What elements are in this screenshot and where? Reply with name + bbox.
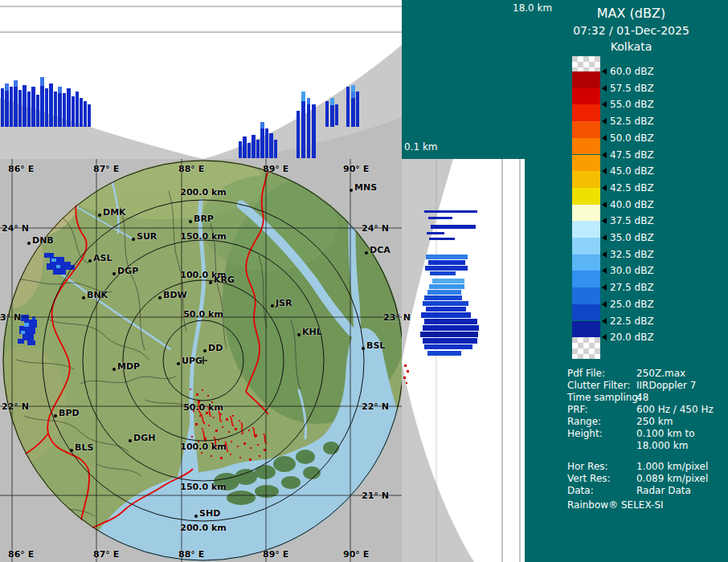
scale-arrow-icon	[602, 168, 607, 174]
scale-label-text: 42.5 dBZ	[610, 182, 654, 193]
range-ring-label: 200.0 km	[180, 523, 226, 533]
city-dot	[189, 220, 192, 223]
city-dot	[54, 414, 57, 417]
lat-label: 22° N	[362, 401, 389, 412]
city-name: DGP	[117, 266, 138, 276]
info-row: PRF:600 Hz / 450 Hz	[567, 404, 714, 416]
lon-label-bottom: 90° E	[343, 549, 369, 560]
ew-projection-graphic	[0, 0, 402, 159]
city-dot	[297, 333, 301, 336]
info-row: Height:0.100 km to	[567, 428, 714, 440]
scale-cell	[572, 138, 600, 155]
range-ring-label: 100.0 km	[180, 442, 226, 452]
info-row-value: 250 km	[636, 416, 673, 428]
lon-label-top: 87° E	[93, 164, 119, 174]
city-name: KRG	[214, 275, 235, 285]
scale-label: 20.0 dBZ	[602, 331, 654, 344]
city-dot	[132, 238, 135, 241]
scale-arrow-icon	[602, 185, 607, 191]
scale-arrow-icon	[602, 267, 607, 274]
lon-label-bottom: 88° E	[178, 549, 204, 560]
scale-cell	[572, 287, 600, 304]
scale-label: 25.0 dBZ	[602, 298, 654, 311]
legend-scale-labels: 60.0 dBZ57.5 dBZ55.0 dBZ52.5 dBZ50.0 dBZ…	[602, 71, 706, 352]
scale-label: 60.0 dBZ	[602, 65, 654, 78]
lon-label-bottom: 86° E	[8, 549, 34, 560]
info-row-value: IIRDoppler 7	[636, 380, 696, 392]
range-ring-label: 150.0 km	[180, 482, 226, 492]
scale-arrow-icon	[602, 101, 607, 108]
city-name: BLS	[75, 442, 93, 453]
city-dot	[129, 439, 132, 442]
scale-label-text: 60.0 dBZ	[610, 66, 654, 77]
lat-label: 3° N	[0, 312, 21, 323]
scale-label-text: 35.0 dBZ	[610, 232, 654, 243]
city-name: MDP	[117, 361, 140, 372]
scale-cell	[572, 271, 600, 287]
city-dot	[112, 272, 116, 275]
city-name: BSL	[366, 340, 385, 351]
scale-label-text: 25.0 dBZ	[610, 299, 654, 310]
height-axis-min-label: 0.1 km	[404, 141, 438, 153]
lat-label: 21° N	[362, 491, 389, 501]
city-name: UPG	[182, 356, 202, 366]
city-dot	[27, 242, 31, 245]
scale-label: 50.0 dBZ	[602, 132, 654, 145]
info-row-label: Clutter Filter:	[567, 380, 636, 392]
info-row: Hor Res:1.000 km/pixel	[567, 461, 708, 473]
scale-cell	[572, 104, 600, 121]
city-dot	[82, 296, 85, 299]
scale-arrow-icon	[602, 234, 607, 241]
lon-label-top: 88° E	[178, 164, 204, 174]
city-dot	[271, 304, 274, 307]
info-row-label: Hor Res:	[567, 461, 636, 473]
range-ring-label: 50.0 km	[183, 402, 223, 413]
scale-arrow-icon	[602, 284, 607, 291]
lon-label-top: 86° E	[8, 164, 34, 174]
scale-cell	[572, 88, 600, 105]
scale-label: 52.5 dBZ	[602, 115, 654, 128]
city-name: JSR	[276, 298, 292, 308]
info-row-label: Vert Res:	[567, 473, 636, 485]
site-name: Kolkata	[534, 40, 728, 53]
scale-label: 27.5 dBZ	[602, 281, 654, 294]
scale-label: 55.0 dBZ	[602, 98, 654, 111]
scale-arrow-icon	[602, 135, 607, 141]
scale-arrow-icon	[602, 118, 607, 124]
city-dot	[203, 349, 207, 352]
info-row-label: Time sampling:	[567, 392, 636, 404]
info-row: Pdf File:250Z.max	[567, 368, 714, 380]
lat-label: 24° N	[362, 223, 389, 234]
scale-label-text: 47.5 dBZ	[610, 149, 654, 161]
ew-projection-panel	[0, 0, 402, 159]
city-name: ASL	[93, 253, 112, 263]
city-name: DCA	[370, 245, 391, 255]
lon-label-bottom: 87° E	[93, 549, 119, 560]
scale-cell	[572, 71, 600, 88]
range-ring-label: 150.0 km	[180, 231, 226, 242]
scale-cell	[572, 171, 600, 188]
city-name: KHL	[302, 327, 322, 337]
radar-map-panel: 86° E86° E87° E87° E88° E88° E89° E89° E…	[0, 159, 402, 562]
scale-label-text: 57.5 dBZ	[610, 83, 654, 94]
scale-cell	[572, 321, 600, 338]
info-row-label: Range:	[567, 416, 636, 428]
city-name: SHD	[199, 508, 220, 519]
city-name: SUR	[137, 231, 157, 242]
lon-label-top: 90° E	[343, 164, 369, 174]
legend-colorbar	[572, 56, 600, 359]
info-row: 18.000 km	[567, 440, 714, 452]
legend-header: MAX (dBZ) 07:32 / 01-Dec-2025 Kolkata	[534, 6, 728, 53]
colorbar-checker-top	[572, 56, 600, 71]
scale-label: 30.0 dBZ	[602, 264, 654, 277]
info-row-label: Data:	[567, 485, 636, 497]
info-row-value: 600 Hz / 450 Hz	[636, 404, 714, 416]
info-row-value: 250Z.max	[636, 368, 685, 380]
scale-arrow-icon	[602, 68, 607, 75]
info-row: Vert Res:0.089 km/pixel	[567, 473, 708, 485]
range-ring-label: 200.0 km	[180, 187, 226, 198]
city-dot	[350, 189, 353, 192]
scale-cell	[572, 221, 600, 238]
city-name: BNK	[87, 290, 108, 300]
product-datetime: 07:32 / 01-Dec-2025	[534, 24, 728, 37]
